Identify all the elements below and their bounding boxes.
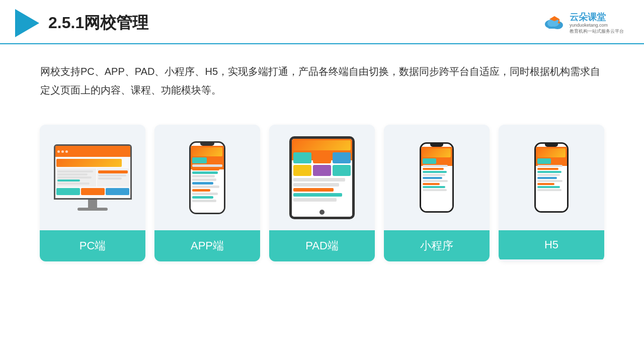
h5-phone-icon (534, 142, 569, 213)
card-h5-label: H5 (499, 230, 604, 259)
logo-tagline: 教育机构一站式服务云平台 (570, 29, 624, 35)
miniprogram-phone-icon (420, 142, 454, 213)
card-pad: PAD端 (269, 125, 375, 261)
card-miniprogram-image (384, 125, 490, 230)
card-h5-image (499, 125, 604, 230)
pad-tablet-icon (289, 136, 355, 219)
svg-rect-4 (548, 27, 560, 29)
description-text: 网校支持PC、APP、PAD、小程序、H5，实现多端打通，产品各终端自由切换，数… (0, 44, 644, 110)
logo-area: 云朵课堂 yunduoketang.com 教育机构一站式服务云平台 (543, 12, 624, 35)
card-miniprogram-label: 小程序 (384, 230, 490, 261)
card-h5: H5 (499, 125, 604, 261)
card-miniprogram: 小程序 (384, 125, 490, 261)
header-left: 2.5.1网校管理 (15, 9, 148, 37)
cloud-logo-icon (543, 14, 566, 32)
card-app: APP端 (154, 125, 260, 261)
page-title: 2.5.1网校管理 (48, 12, 148, 34)
svg-rect-6 (558, 19, 559, 22)
card-app-label: APP端 (154, 230, 260, 261)
pc-monitor-icon (52, 144, 133, 211)
logo-brand-name: 云朵课堂 (570, 12, 606, 23)
header-right: 云朵课堂 yunduoketang.com 教育机构一站式服务云平台 (543, 12, 624, 35)
card-pad-label: PAD端 (269, 230, 375, 261)
card-pc-image (40, 125, 145, 230)
logo-url: yunduoketang.com (570, 23, 608, 29)
description-paragraph: 网校支持PC、APP、PAD、小程序、H5，实现多端打通，产品各终端自由切换，数… (40, 62, 604, 100)
svg-point-7 (558, 22, 560, 24)
page-header: 2.5.1网校管理 云朵课堂 yunduoketang.com 教育机构一站式服… (0, 0, 644, 44)
logo-text: 云朵课堂 yunduoketang.com 教育机构一站式服务云平台 (570, 12, 624, 35)
app-phone-icon (189, 141, 225, 214)
card-app-image (154, 125, 260, 230)
card-pad-image (269, 125, 375, 230)
play-icon (15, 9, 39, 37)
platform-cards: PC端 (0, 115, 644, 277)
card-pc-label: PC端 (40, 230, 145, 261)
card-pc: PC端 (40, 125, 145, 261)
